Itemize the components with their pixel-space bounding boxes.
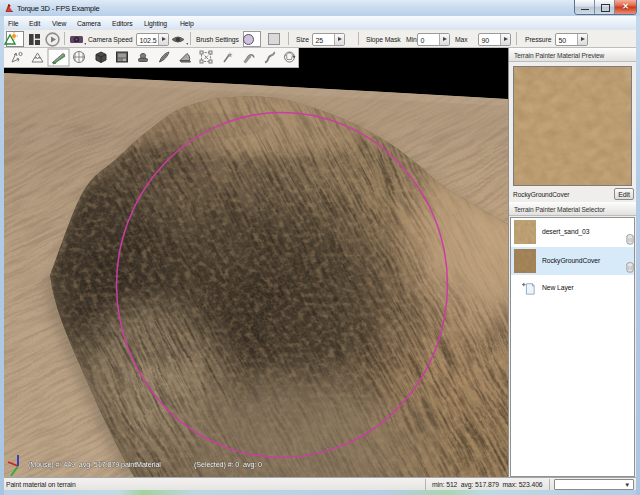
- svg-text:(Selected) #: 0 avg: 0: (Selected) #: 0 avg: 0: [194, 460, 262, 469]
- svg-text:(Mouse) #: 449 avg: 517.879 p: (Mouse) #: 449 avg: 517.879 paintMateria…: [28, 460, 161, 469]
